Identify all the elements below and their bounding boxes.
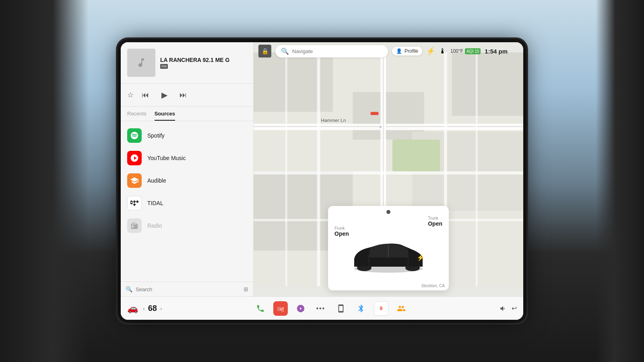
spotify-icon — [127, 128, 142, 143]
car-icon[interactable]: 🚗 — [127, 303, 138, 314]
temp-decrease-button[interactable]: ‹ — [143, 305, 145, 312]
search-icon: 🔍 — [126, 286, 132, 292]
music-note-icon — [136, 57, 147, 68]
source-item-youtube-music[interactable]: YouTube Music — [121, 147, 253, 169]
audible-label: Audible — [147, 177, 166, 184]
radio-icon — [127, 218, 142, 233]
calendar-button[interactable]: 9 — [374, 301, 388, 316]
next-button[interactable]: ⏭ — [180, 91, 187, 99]
taskbar-center: ••• 9 — [165, 301, 496, 316]
media-tabs: Recents Sources — [121, 107, 253, 121]
road-label: Hammer Ln — [321, 117, 346, 123]
audible-icon — [127, 173, 142, 188]
charging-icon: ⚡ — [426, 47, 435, 56]
map-panel: Hammer Ln 🔒 🔍 — [254, 42, 523, 296]
screen-content: LA RANCHERA 92.1 ME G FM ☆ ⏮ ▶ ⏭ Recents — [121, 42, 523, 296]
now-playing-section: LA RANCHERA 92.1 ME G FM — [121, 42, 253, 84]
source-item-tidal[interactable]: TIDAL — [121, 192, 253, 214]
time-display: 1:54 pm — [485, 48, 508, 55]
profile-label: Profile — [405, 48, 418, 54]
svg-rect-7 — [254, 126, 523, 127]
source-item-audible[interactable]: Audible — [121, 169, 253, 192]
map-lock-icon[interactable]: 🔒 — [258, 45, 271, 58]
media-icon-button[interactable] — [293, 301, 308, 316]
temp-increase-button[interactable]: › — [160, 305, 162, 312]
search-input[interactable] — [136, 286, 240, 292]
steering-wheel-area — [0, 0, 89, 362]
air-quality-badge: AQI 15 — [465, 48, 481, 54]
svg-rect-11 — [317, 52, 320, 286]
bluetooth-button[interactable] — [354, 301, 368, 316]
svg-rect-14 — [285, 52, 287, 286]
right-trim-area — [596, 0, 644, 362]
play-button[interactable]: ▶ — [157, 88, 171, 102]
profile-button[interactable]: 👤 Profile — [392, 47, 422, 56]
svg-rect-15 — [476, 52, 478, 286]
tab-sources[interactable]: Sources — [155, 111, 175, 121]
volume-control[interactable] — [500, 305, 507, 312]
more-options-button[interactable]: ••• — [314, 301, 328, 316]
music-equalizer-button[interactable] — [273, 301, 288, 316]
multi-user-button[interactable] — [394, 301, 409, 316]
tesla-screen: LA RANCHERA 92.1 ME G FM ☆ ⏮ ▶ ⏭ Recents — [121, 42, 523, 320]
filter-icon[interactable]: ⊞ — [244, 286, 248, 292]
radio-label: Radio — [147, 222, 162, 229]
lock-dot — [386, 210, 390, 214]
svg-rect-17 — [392, 140, 440, 171]
left-panel: LA RANCHERA 92.1 ME G FM ☆ ⏮ ▶ ⏭ Recents — [121, 42, 254, 296]
album-art — [127, 49, 155, 77]
nav-search-input[interactable] — [292, 48, 382, 54]
temperature-display: 100°F — [450, 48, 463, 54]
frunk-status: Open — [334, 230, 349, 237]
source-list: Spotify YouTube Music — [121, 121, 253, 282]
source-item-spotify[interactable]: Spotify — [121, 124, 253, 147]
temperature-value: 68 — [148, 304, 157, 313]
prev-button[interactable]: ⏮ — [142, 91, 149, 99]
source-item-radio[interactable]: Radio — [121, 214, 253, 237]
weather-info: 100°F AQI 15 — [450, 48, 481, 54]
search-bar: 🔍 ⊞ — [121, 282, 253, 296]
svg-point-16 — [379, 126, 382, 128]
svg-rect-1 — [254, 52, 333, 112]
taskbar-left: 🚗 ‹ 68 › — [127, 303, 162, 314]
trunk-label: Trunk — [428, 216, 442, 220]
fm-badge: FM — [160, 64, 168, 69]
playback-controls: ☆ ⏮ ▶ ⏭ — [121, 84, 253, 107]
svg-text:⚡: ⚡ — [417, 254, 425, 261]
nav-search-bar[interactable]: 🔍 — [275, 45, 388, 58]
frunk-section[interactable]: Frunk Open — [334, 226, 349, 237]
spotify-label: Spotify — [147, 132, 165, 139]
tab-recents[interactable]: Recents — [127, 111, 147, 121]
trunk-status: Open — [428, 220, 442, 227]
track-title: LA RANCHERA 92.1 ME G — [160, 57, 247, 63]
nav-search-icon: 🔍 — [281, 47, 289, 55]
track-source: FM — [160, 64, 247, 69]
youtube-music-icon — [127, 151, 142, 165]
svg-rect-10 — [254, 171, 523, 175]
tidal-icon — [127, 196, 142, 210]
car-interior: LA RANCHERA 92.1 ME G FM ☆ ⏮ ▶ ⏭ Recents — [0, 0, 644, 362]
taskbar-right: ↩ — [500, 304, 517, 312]
svg-rect-3 — [452, 52, 523, 116]
favorite-button[interactable]: ☆ — [127, 90, 134, 99]
temperature-control: ‹ 68 › — [143, 304, 162, 313]
car-3d-view: ⚡ — [348, 237, 429, 278]
frunk-label: Frunk — [334, 226, 349, 230]
youtube-music-label: YouTube Music — [147, 155, 186, 161]
phone-icon-button[interactable] — [253, 301, 268, 316]
city-label: Stockton, CA — [421, 284, 445, 288]
track-info: LA RANCHERA 92.1 ME G FM — [160, 57, 247, 69]
forward-icon[interactable]: ↩ — [512, 304, 517, 312]
car-status-card: Frunk Open Trunk Open — [328, 206, 449, 290]
map-header: 🔒 🔍 👤 Profile ⚡ 🌡 100°F AQI 15 — [254, 42, 523, 60]
svg-rect-18 — [371, 112, 379, 115]
camera-button[interactable] — [334, 301, 348, 316]
temperature-icon: 🌡 — [439, 47, 446, 56]
tidal-label: TIDAL — [147, 200, 163, 206]
taskbar: 🚗 ‹ 68 › ••• — [121, 296, 523, 320]
trunk-section[interactable]: Trunk Open — [428, 216, 442, 227]
profile-icon: 👤 — [396, 48, 402, 54]
